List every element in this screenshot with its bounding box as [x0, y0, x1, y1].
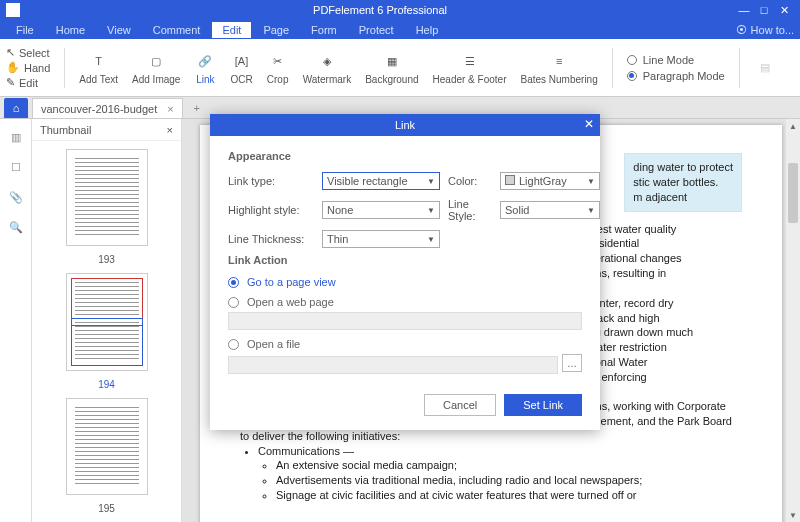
- list-item: An extensive social media campaign;: [276, 458, 742, 473]
- highlight-select[interactable]: None▼: [322, 201, 440, 219]
- hand-icon: ✋: [6, 61, 20, 74]
- radio-icon: [627, 55, 637, 65]
- scroll-down-button[interactable]: ▼: [786, 508, 800, 522]
- home-icon: ⌂: [13, 102, 20, 114]
- color-select[interactable]: LightGray▼: [500, 172, 600, 190]
- tool-add-image[interactable]: ▢Add Image: [132, 50, 180, 85]
- scroll-thumb[interactable]: [788, 163, 798, 223]
- tool-select[interactable]: ↖Select: [6, 46, 50, 59]
- cursor-icon: ↖: [6, 46, 15, 59]
- menu-edit[interactable]: Edit: [212, 22, 251, 38]
- tool-header-footer[interactable]: ☰Header & Footer: [433, 50, 507, 85]
- select-group: ↖Select ✋Hand ✎Edit: [6, 46, 50, 89]
- tool-add-text[interactable]: TAdd Text: [79, 50, 118, 85]
- menu-protect[interactable]: Protect: [349, 22, 404, 38]
- menu-file[interactable]: File: [6, 22, 44, 38]
- list-item: Communications —: [258, 444, 742, 459]
- menu-page[interactable]: Page: [253, 22, 299, 38]
- watermark-icon: ◈: [316, 50, 338, 72]
- rail-bookmark-icon[interactable]: ☐: [8, 159, 24, 175]
- tool-link[interactable]: 🔗Link: [194, 50, 216, 85]
- thumbnail-panel: Thumbnail × 193 194 195: [32, 119, 182, 522]
- app-title: PDFelement 6 Professional: [26, 4, 734, 16]
- color-swatch: [505, 175, 515, 185]
- link-type-select[interactable]: Visible rectangle▼: [322, 172, 440, 190]
- list-item: Advertisements via traditional media, in…: [276, 473, 742, 488]
- menu-home[interactable]: Home: [46, 22, 95, 38]
- action-web-page[interactable]: Open a web page: [228, 296, 582, 308]
- tab-close-button[interactable]: ×: [167, 103, 173, 115]
- rail-search-icon[interactable]: 🔍: [8, 219, 24, 235]
- document-tab[interactable]: vancouver-2016-budget ×: [32, 98, 183, 118]
- browse-button[interactable]: …: [562, 354, 582, 372]
- linestyle-select[interactable]: Solid▼: [500, 201, 600, 219]
- tool-background[interactable]: ▦Background: [365, 50, 418, 85]
- tool-edit[interactable]: ✎Edit: [6, 76, 50, 89]
- thumbnail-label: 195: [98, 503, 115, 514]
- action-open-file[interactable]: Open a file: [228, 338, 582, 350]
- tool-align-group[interactable]: ▤: [754, 57, 776, 79]
- tool-bates[interactable]: ≡Bates Numbering: [520, 50, 597, 85]
- app-logo: [6, 3, 20, 17]
- home-button[interactable]: ⌂: [4, 98, 28, 118]
- thumbnail-title: Thumbnail: [40, 124, 91, 136]
- linestyle-label: Line Style:: [448, 198, 492, 222]
- highlight-label: Highlight style:: [228, 204, 314, 216]
- vertical-scrollbar[interactable]: ▲ ▼: [786, 119, 800, 522]
- close-button[interactable]: ✕: [774, 4, 794, 17]
- dialog-close-button[interactable]: ✕: [584, 117, 594, 131]
- chevron-down-icon: ▼: [587, 177, 595, 186]
- document-tab-label: vancouver-2016-budget: [41, 103, 157, 115]
- dialog-header[interactable]: Link ✕: [210, 114, 600, 136]
- menu-view[interactable]: View: [97, 22, 141, 38]
- add-tab-button[interactable]: +: [187, 98, 207, 118]
- thumbnail-label: 193: [98, 254, 115, 265]
- mode-paragraph[interactable]: Paragraph Mode: [627, 70, 725, 82]
- link-action-heading: Link Action: [228, 254, 582, 266]
- dialog-title: Link: [395, 119, 415, 131]
- file-path-input[interactable]: [228, 356, 558, 374]
- chevron-down-icon: ▼: [427, 206, 435, 215]
- minimize-button[interactable]: —: [734, 4, 754, 16]
- thumbnail-item[interactable]: [66, 149, 148, 246]
- cancel-button[interactable]: Cancel: [424, 394, 496, 416]
- scroll-track[interactable]: [788, 133, 798, 508]
- appearance-heading: Appearance: [228, 150, 582, 162]
- title-bar: PDFelement 6 Professional — □ ✕: [0, 0, 800, 20]
- menu-help[interactable]: Help: [406, 22, 449, 38]
- menu-form[interactable]: Form: [301, 22, 347, 38]
- thumbnail-label: 194: [98, 379, 115, 390]
- mode-line[interactable]: Line Mode: [627, 54, 725, 66]
- web-url-input[interactable]: [228, 312, 582, 330]
- tool-ocr[interactable]: [A]OCR: [230, 50, 252, 85]
- link-dialog: Link ✕ Appearance Link type: Visible rec…: [210, 114, 600, 430]
- ocr-icon: [A]: [231, 50, 253, 72]
- text-icon: T: [88, 50, 110, 72]
- ribbon: ↖Select ✋Hand ✎Edit TAdd Text ▢Add Image…: [0, 39, 800, 97]
- thumbnail-close-button[interactable]: ×: [167, 124, 173, 136]
- body-text: d winter, record dry w pack and high ein…: [580, 296, 742, 385]
- thumbnail-item[interactable]: [66, 273, 148, 370]
- set-link-button[interactable]: Set Link: [504, 394, 582, 416]
- thickness-select[interactable]: Thin▼: [322, 230, 440, 248]
- bates-icon: ≡: [548, 50, 570, 72]
- radio-icon: [627, 71, 637, 81]
- header-footer-icon: ☰: [459, 50, 481, 72]
- maximize-button[interactable]: □: [754, 4, 774, 16]
- rail-thumbnail-icon[interactable]: ▥: [8, 129, 24, 145]
- list-item: Signage at civic facilities and at civic…: [276, 488, 742, 503]
- tool-watermark[interactable]: ◈Watermark: [303, 50, 352, 85]
- help-hint[interactable]: ⦿ How to...: [736, 24, 794, 36]
- thumbnail-item[interactable]: [66, 398, 148, 495]
- rail-attachment-icon[interactable]: 📎: [8, 189, 24, 205]
- chevron-down-icon: ▼: [427, 177, 435, 186]
- tool-crop[interactable]: ✂Crop: [267, 50, 289, 85]
- link-icon: 🔗: [194, 50, 216, 72]
- link-type-label: Link type:: [228, 175, 314, 187]
- background-icon: ▦: [381, 50, 403, 72]
- tool-hand[interactable]: ✋Hand: [6, 61, 50, 74]
- scroll-up-button[interactable]: ▲: [786, 119, 800, 133]
- radio-icon: [228, 277, 239, 288]
- action-page-view[interactable]: Go to a page view: [228, 276, 582, 288]
- menu-comment[interactable]: Comment: [143, 22, 211, 38]
